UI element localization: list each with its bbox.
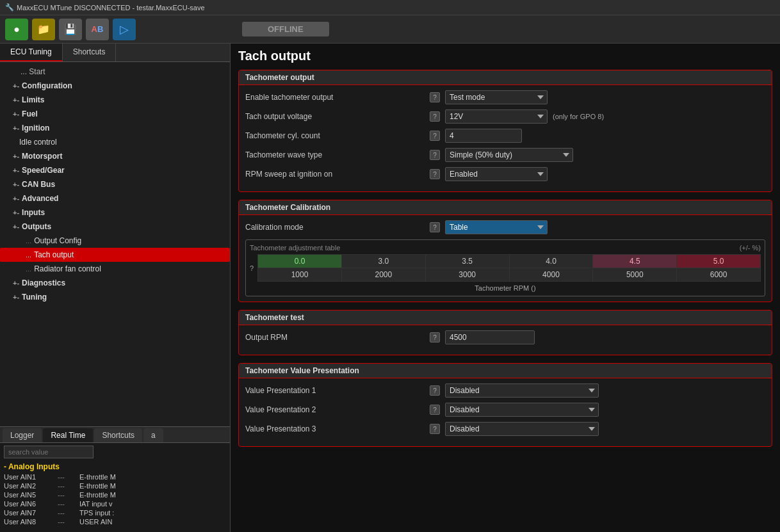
tach-adj-label: Tachometer adjustment table (+/- %) [250, 244, 761, 252]
tab-shortcuts[interactable]: Shortcuts [63, 44, 117, 61]
tab-a[interactable]: a [143, 428, 163, 442]
input-cyl-count[interactable] [445, 129, 522, 143]
select-wave-type[interactable]: Simple (50% duty) Advanced [445, 148, 573, 162]
tach-adj-percent: (+/- %) [740, 244, 761, 252]
sidebar-item-configuration[interactable]: +- Configuration [0, 79, 230, 93]
sidebar-item-label: Tach output [34, 250, 74, 259]
sidebar-item-label: Idle control [19, 138, 57, 147]
table-cell-rpm: 2000 [341, 268, 425, 282]
search-input[interactable] [4, 446, 93, 458]
select-enable-tachometer[interactable]: Disabled Enabled Test mode [445, 90, 548, 104]
sidebar-item-fuel[interactable]: +- Fuel [0, 107, 230, 121]
content-area: Tach output Tachometer output Enable tac… [231, 44, 780, 532]
prefix-icon: +- [13, 124, 19, 132]
sidebar-item-idle-control[interactable]: Idle control [0, 135, 230, 149]
save-button[interactable]: 💾 [59, 19, 82, 40]
row-presentation-2: Value Presentation 2 ? Disabled [245, 403, 765, 417]
sidebar-item-label: Inputs [22, 208, 45, 217]
help-presentation-3[interactable]: ? [430, 424, 440, 434]
tab-shortcuts-bottom[interactable]: Shortcuts [94, 428, 142, 442]
play-button[interactable]: ▷ [113, 19, 136, 40]
section-value-presentation-header: Tachometer Value Presentation [239, 364, 772, 378]
sidebar-item-limits[interactable]: +- Limits [0, 93, 230, 107]
sidebar-item-label: Tuning [22, 293, 47, 302]
select-presentation-1[interactable]: Disabled [445, 383, 599, 398]
sidebar-item-outputs[interactable]: +- Outputs [0, 220, 230, 234]
sidebar-item-inputs[interactable]: +- Inputs [0, 206, 230, 220]
select-tach-voltage[interactable]: 5V 12V [445, 109, 548, 124]
section-tachometer-calibration: Tachometer Calibration Calibration mode … [238, 200, 772, 302]
toolbar: ● 📁 💾 AB ▷ OFFLINE [0, 15, 780, 44]
select-calibration-mode[interactable]: Disabled Table Custom [445, 220, 548, 234]
title-bar: 🔧 MaxxECU MTune DISCONNECTED - testar.Ma… [0, 0, 780, 15]
prefix-icon: +- [13, 195, 19, 202]
sidebar-item-start[interactable]: ... Start [0, 65, 230, 79]
row-output-rpm: Output RPM ? [245, 330, 765, 344]
row-tach-voltage: Tach output voltage ? 5V 12V (only for G… [245, 109, 765, 124]
table-cell-rpm: 6000 [677, 268, 761, 282]
sidebar-item-can-bus[interactable]: +- CAN Bus [0, 177, 230, 191]
help-wave-type[interactable]: ? [430, 150, 440, 160]
help-rpm-sweep[interactable]: ? [430, 169, 440, 179]
prefix-icon: +- [13, 96, 19, 104]
prefix-icon: +- [13, 279, 19, 287]
ab-button[interactable]: AB [86, 19, 109, 40]
sidebar-item-tach-output[interactable]: ... Tach output [0, 248, 230, 262]
table-cell[interactable]: 4.0 [509, 255, 593, 268]
tab-realtime[interactable]: Real Time [43, 428, 93, 442]
label-presentation-2: Value Presentation 2 [245, 405, 425, 414]
help-output-rpm[interactable]: ? [430, 332, 440, 343]
input-output-rpm[interactable] [445, 330, 535, 344]
section-tachometer-test-body: Output RPM ? [239, 325, 772, 355]
sidebar-item-advanced[interactable]: +- Advanced [0, 191, 230, 206]
help-tach-voltage[interactable]: ? [430, 111, 440, 122]
help-enable-tachometer[interactable]: ? [430, 92, 440, 102]
sidebar-item-output-config[interactable]: ... Output Config [0, 234, 230, 248]
help-presentation-2[interactable]: ? [430, 405, 440, 415]
section-value-presentation: Tachometer Value Presentation Value Pres… [238, 363, 772, 447]
prefix-icon: ... [26, 251, 31, 259]
select-presentation-3[interactable]: Disabled [445, 422, 599, 436]
sidebar-item-radiator-fan[interactable]: ... Radiator fan control [0, 262, 230, 276]
table-cell[interactable]: 3.0 [341, 255, 425, 268]
table-cell[interactable]: 5.0 [677, 255, 761, 268]
help-presentation-1[interactable]: ? [430, 385, 440, 396]
select-rpm-sweep[interactable]: Disabled Enabled [445, 167, 548, 181]
sidebar-item-speed-gear[interactable]: +- Speed/Gear [0, 163, 230, 177]
sidebar-item-label: Limits [22, 95, 44, 104]
label-output-rpm: Output RPM [245, 333, 425, 342]
prefix-icon: +- [13, 293, 19, 301]
sidebar-item-label: ... Start [20, 67, 45, 76]
sidebar-item-label: CAN Bus [22, 180, 55, 189]
prefix-icon: +- [13, 181, 19, 188]
table-cell[interactable]: 0.0 [258, 255, 342, 268]
table-cell-rpm: 1000 [258, 268, 342, 282]
table-cell[interactable]: 3.5 [425, 255, 509, 268]
table-cell-rpm: 4000 [509, 268, 593, 282]
label-presentation-3: Value Presentation 3 [245, 424, 425, 433]
tab-ecu-tuning[interactable]: ECU Tuning [0, 44, 63, 61]
table-cell[interactable]: 4.5 [593, 255, 677, 268]
tach-adj-table-wrapper: ? 0.0 3.0 3.5 4.0 4.5 5.0 1000 [250, 254, 761, 282]
prefix-icon: ... [26, 237, 31, 245]
bottom-tabs: Logger Real Time Shortcuts a [0, 427, 230, 443]
select-presentation-2[interactable]: Disabled [445, 403, 599, 417]
sidebar-item-motorsport[interactable]: +- Motorsport [0, 149, 230, 163]
sidebar-item-label: Diagnostics [22, 278, 65, 287]
help-tach-adj[interactable]: ? [250, 264, 254, 272]
sidebar-item-tuning[interactable]: +- Tuning [0, 290, 230, 304]
connect-button[interactable]: ● [5, 19, 28, 40]
help-cyl-count[interactable]: ? [430, 131, 440, 141]
sidebar-item-ignition[interactable]: +- Ignition [0, 121, 230, 135]
table-row-rpm: 1000 2000 3000 4000 5000 6000 [258, 268, 761, 282]
label-presentation-1: Value Presentation 1 [245, 386, 425, 395]
sidebar-item-label: Motorsport [22, 152, 62, 161]
folder-button[interactable]: 📁 [32, 19, 55, 40]
sidebar: ECU Tuning Shortcuts ... Start +- Config… [0, 44, 231, 532]
sidebar-item-diagnostics[interactable]: +- Diagnostics [0, 276, 230, 290]
table-row-values: 0.0 3.0 3.5 4.0 4.5 5.0 [258, 255, 761, 268]
tab-logger[interactable]: Logger [3, 428, 42, 442]
title-bar-icon: 🔧 [5, 3, 14, 12]
title-bar-text: MaxxECU MTune DISCONNECTED - testar.Maxx… [17, 4, 205, 12]
help-calibration-mode[interactable]: ? [430, 222, 440, 232]
